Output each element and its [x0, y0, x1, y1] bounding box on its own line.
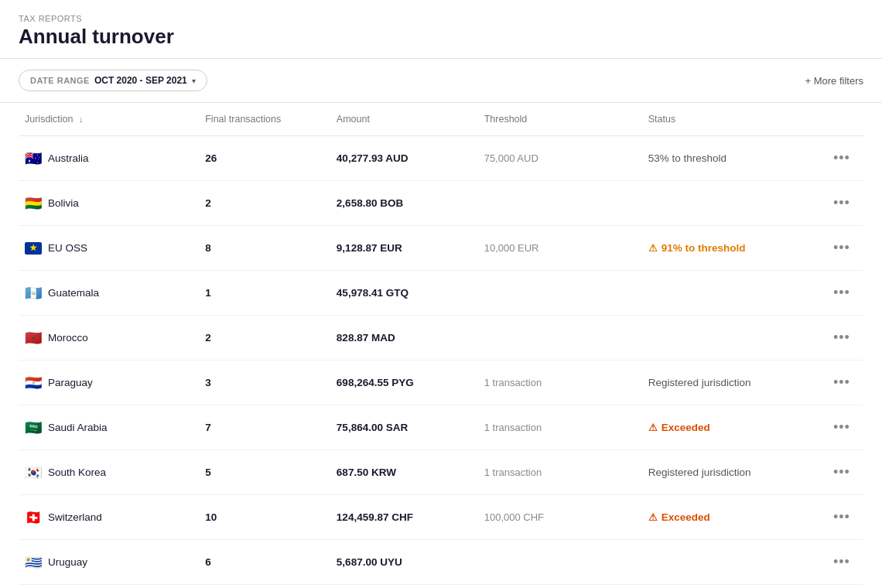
col-amount-label: Amount	[337, 114, 370, 125]
country-flag-icon: 🇦🇺	[25, 152, 42, 166]
jurisdiction-name: Switzerland	[48, 511, 102, 523]
amount-cell: 687.50 KRW	[330, 450, 478, 495]
actions-cell: •••	[822, 226, 863, 271]
row-actions-button[interactable]: •••	[829, 238, 855, 258]
jurisdiction-cell: 🇬🇹Guatemala	[19, 271, 199, 316]
table-row: 🇨🇭Switzerland10124,459.87 CHF100,000 CHF…	[19, 495, 863, 540]
threshold-cell: 1 transaction	[478, 361, 642, 405]
jurisdiction-name: Morocco	[48, 332, 88, 344]
row-actions-button[interactable]: •••	[829, 283, 855, 303]
page-header: TAX REPORTS Annual turnover	[0, 0, 882, 59]
threshold-value: 1 transaction	[484, 377, 542, 388]
table-row: 🇲🇦Morocco2828.87 MAD•••	[19, 316, 863, 361]
amount-cell: 240,277.93 USD	[330, 585, 478, 589]
date-range-button[interactable]: DATE RANGE OCT 2020 - SEP 2021 ▾	[19, 70, 207, 91]
row-actions-button[interactable]: •••	[829, 463, 855, 482]
actions-cell: •••	[822, 181, 863, 226]
transactions-cell: 1	[199, 271, 330, 316]
status-badge: ⚠Exceeded	[648, 422, 816, 433]
transactions-value: 6	[205, 556, 211, 568]
amount-cell: 9,128.87 EUR	[330, 226, 478, 271]
jurisdiction-name: Bolivia	[48, 197, 79, 209]
transactions-value: 1	[205, 287, 211, 299]
table-container: Jurisdiction ↓ Final transactions Amount…	[0, 103, 882, 588]
jurisdiction-cell: 🇧🇴Bolivia	[19, 181, 199, 226]
transactions-cell: 8	[199, 226, 330, 271]
amount-cell: 2,658.80 BOB	[330, 181, 478, 226]
jurisdiction-cell: 🇺🇾Uruguay	[19, 540, 199, 585]
amount-value: 9,128.87 EUR	[337, 242, 402, 254]
amount-value: 45,978.41 GTQ	[337, 287, 409, 299]
status-cell: Registered jurisdiction	[642, 585, 822, 589]
transactions-value: 10	[205, 511, 217, 523]
actions-cell: •••	[822, 450, 863, 495]
threshold-cell	[478, 271, 642, 316]
jurisdiction-name: Australia	[48, 152, 89, 164]
warning-icon: ⚠	[648, 242, 658, 254]
amount-cell: 5,687.00 UYU	[330, 540, 478, 585]
jurisdiction-name: EU OSS	[48, 242, 87, 254]
row-actions-button[interactable]: •••	[829, 508, 855, 527]
row-actions-button[interactable]: •••	[829, 552, 855, 572]
transactions-cell: 2	[199, 181, 330, 226]
country-flag-icon: 🇰🇷	[25, 466, 42, 480]
threshold-value: 1 transaction	[484, 467, 542, 478]
table-row: 🇧🇴Bolivia22,658.80 BOB•••	[19, 181, 863, 226]
table-row: 🇺🇾Uruguay65,687.00 UYU•••	[19, 540, 863, 585]
row-actions-button[interactable]: •••	[829, 149, 855, 168]
date-range-label: DATE RANGE	[30, 76, 90, 85]
row-actions-button[interactable]: •••	[829, 328, 855, 347]
amount-value: 40,277.93 AUD	[337, 152, 409, 164]
amount-value: 124,459.87 CHF	[337, 511, 413, 523]
transactions-cell: 6	[199, 540, 330, 585]
transactions-value: 2	[205, 332, 211, 344]
row-actions-button[interactable]: •••	[829, 193, 855, 213]
amount-cell: 828.87 MAD	[330, 316, 478, 361]
sort-icon[interactable]: ↓	[79, 115, 84, 124]
amount-value: 687.50 KRW	[337, 467, 396, 478]
filter-bar: DATE RANGE OCT 2020 - SEP 2021 ▾ + More …	[0, 59, 882, 103]
jurisdiction-cell: 🇸🇦Saudi Arabia	[19, 405, 199, 450]
amount-cell: 40,277.93 AUD	[330, 136, 478, 181]
amount-cell: 124,459.87 CHF	[330, 495, 478, 540]
more-filters-button[interactable]: + More filters	[805, 75, 864, 87]
status-cell	[642, 181, 822, 226]
transactions-value: 3	[205, 377, 211, 388]
amount-value: 828.87 MAD	[337, 332, 395, 344]
actions-cell: •••	[822, 136, 863, 181]
threshold-cell	[478, 316, 642, 361]
row-actions-button[interactable]: •••	[829, 418, 855, 437]
country-flag-icon: 🇸🇦	[25, 421, 42, 435]
col-threshold: Threshold	[478, 103, 642, 136]
status-text: Exceeded	[662, 422, 710, 433]
country-flag-icon: 🇲🇦	[25, 331, 42, 345]
col-actions	[822, 103, 863, 136]
transactions-value: 8	[205, 242, 211, 254]
row-actions-button[interactable]: •••	[829, 373, 855, 392]
transactions-cell: 2	[199, 316, 330, 361]
country-flag-icon: 🇬🇹	[25, 286, 42, 300]
actions-cell: •••	[822, 271, 863, 316]
country-flag-icon: 🇧🇴	[25, 197, 42, 210]
transactions-cell: 26	[199, 136, 330, 181]
page: TAX REPORTS Annual turnover DATE RANGE O…	[0, 0, 882, 588]
jurisdiction-cell: 🇰🇷South Korea	[19, 450, 199, 495]
status-cell: ⚠91% to threshold	[642, 226, 822, 271]
jurisdiction-name: Saudi Arabia	[48, 422, 108, 433]
actions-cell: •••	[822, 361, 863, 405]
page-title: Annual turnover	[19, 25, 863, 49]
amount-value: 698,264.55 PYG	[337, 377, 414, 388]
threshold-cell: 75,000 AUD	[478, 136, 642, 181]
col-threshold-label: Threshold	[484, 114, 528, 125]
amount-cell: 75,864.00 SAR	[330, 405, 478, 450]
status-cell: Registered jurisdiction	[642, 450, 822, 495]
jurisdiction-cell: 🇺🇸USA | Connecticut	[19, 585, 199, 589]
transactions-value: 2	[205, 197, 211, 209]
annual-turnover-table: Jurisdiction ↓ Final transactions Amount…	[19, 103, 863, 588]
threshold-cell: 1 transaction	[478, 450, 642, 495]
actions-cell: •••	[822, 585, 863, 589]
transactions-cell: 7	[199, 405, 330, 450]
status-cell: ⚠Exceeded	[642, 405, 822, 450]
actions-cell: •••	[822, 495, 863, 540]
jurisdiction-name: Uruguay	[48, 556, 87, 568]
